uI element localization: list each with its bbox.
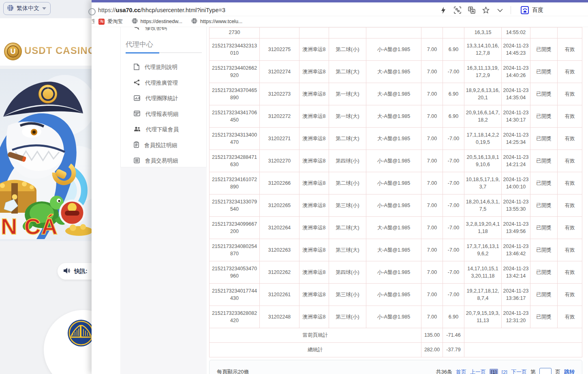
summary-winloss: -37.79 <box>443 343 464 357</box>
result-cell: 10,18,5,17,1,9,3,7 <box>464 172 502 194</box>
order-cell: 2152173234402662920 <box>210 61 260 83</box>
content-cell: 小-A盤@1.985 <box>366 150 421 172</box>
status-cell <box>530 28 558 38</box>
period-cell <box>260 28 299 38</box>
content-cell: 大-A盤@1.985 <box>366 61 421 83</box>
sidebar-item-agent-promotion[interactable]: 代理推廣管理 <box>121 75 206 91</box>
period-cell: 31202275 <box>260 38 299 61</box>
game-cell: 澳洲幸运8 <box>299 239 329 261</box>
sidebar-item-agent-report-detail[interactable]: 代理報表明細 <box>121 107 206 122</box>
winloss-cell: -7.00 <box>443 128 464 150</box>
baidu-icon <box>521 6 529 14</box>
sidebar-item-agent-team-stats[interactable]: 代理團隊統計 <box>121 91 206 107</box>
period-cell: 31202266 <box>260 172 299 194</box>
bet-records-table: 2730 16,3,15 14:55:02 <box>209 27 583 357</box>
chevron-down-icon[interactable] <box>496 6 504 14</box>
result-cell: 20,7,9,15,19,3,11,13 <box>464 306 502 328</box>
total-count: 共36条 <box>436 368 452 374</box>
amount-cell: 7.00 <box>421 83 443 105</box>
language-selector[interactable]: 繁体中文 <box>3 2 51 15</box>
play-cell: 第二球(大) <box>329 61 366 83</box>
page-jump-input[interactable] <box>539 368 552 374</box>
prev-page-link[interactable]: 上一页 <box>470 368 486 374</box>
partial-bookmark[interactable]: 宝 <box>92 18 94 25</box>
summary-label: 總統計 <box>210 343 421 357</box>
play-cell: 第二球(小) <box>329 38 366 61</box>
play-cell: 第三球(小) <box>329 284 366 306</box>
amount-cell: 7.00 <box>421 239 443 261</box>
period-cell: 31202261 <box>260 284 299 306</box>
content-cell: 大-A盤@1.985 <box>366 83 421 105</box>
order-cell: 2152173234161072890 <box>210 172 260 194</box>
sidebar-item-agent-sub-members[interactable]: 代理下級會員 <box>121 122 206 138</box>
order-cell: 2152173234053470960 <box>210 261 260 284</box>
time-cell: 2024-11-23 13:36:17 <box>502 284 530 306</box>
summary-winloss: -71.46 <box>443 328 464 343</box>
summary-row-page: 當前頁統計 135.00 -71.46 <box>210 328 582 343</box>
order-cell: 2730 <box>210 28 260 38</box>
order-cell: 2152173234288471630 <box>210 150 260 172</box>
page-content: 修改密碼 代理中心 代理規則說明 代理推廣管理 代理團隊統計 <box>92 27 588 374</box>
table-row: 2152173234313400470 31202271 澳洲幸运8 第二球(大… <box>210 128 582 150</box>
toolbar-divider <box>511 6 511 14</box>
valid-cell: 有效 <box>558 217 582 239</box>
game-cell: 澳洲幸运8 <box>299 83 329 105</box>
star-icon[interactable] <box>482 6 490 14</box>
order-cell: 2152173234133079540 <box>210 194 260 217</box>
time-cell: 2024-11-23 14:00:10 <box>502 172 530 194</box>
bookmark-tcelu[interactable]: https://www.tcelu... <box>191 18 242 25</box>
period-cell: 31202271 <box>260 128 299 150</box>
amount-cell: 7.00 <box>421 150 443 172</box>
winloss-cell: -7.00 <box>443 217 464 239</box>
play-cell: 第二球(大) <box>329 128 366 150</box>
summary-amount: 135.00 <box>421 328 443 343</box>
winloss-cell: -7.00 <box>443 61 464 83</box>
sidebar-item-member-bet-detail[interactable]: 會員投註明細 <box>121 138 206 154</box>
valid-cell: 有效 <box>558 306 582 328</box>
valid-cell: 有效 <box>558 239 582 261</box>
first-page-link[interactable]: 首页 <box>456 368 466 374</box>
content-cell: 小-A盤@1.985 <box>366 261 421 284</box>
bookmarks-bar: 宝 淘 爱淘宝 https://destinedw... https://www… <box>92 16 588 27</box>
sidebar-item-member-transaction-detail[interactable]: 會員交易明細 <box>121 153 206 167</box>
content-cell: 小-A盤@1.985 <box>366 284 421 306</box>
banner-illustration: N CÁ <box>0 69 92 241</box>
content-cell: 小-A盤@1.985 <box>366 172 421 194</box>
amount-cell: 7.00 <box>421 172 443 194</box>
page-2-link[interactable]: [2] <box>502 369 507 374</box>
page-1-current[interactable]: [1] <box>490 369 498 374</box>
table-row: 2152173234161072890 31202266 澳洲幸运8 第二球(小… <box>210 172 582 194</box>
order-cell: 2152173234017744430 <box>210 284 260 306</box>
content-cell: 小-A盤@1.985 <box>366 306 421 328</box>
language-label: 繁体中文 <box>17 5 39 12</box>
next-page-link[interactable]: 下一页 <box>511 368 527 374</box>
jump-button[interactable]: 跳转 <box>564 368 575 374</box>
sidebar-item-agent-rules[interactable]: 代理規則說明 <box>121 60 206 75</box>
warriors-bridge-logo[interactable] <box>67 319 95 347</box>
sidebar-item-change-password[interactable]: 修改密碼 <box>121 27 206 34</box>
result-cell: 14,17,10,15,13,20,11,18 <box>464 261 502 284</box>
caret-down-icon <box>42 7 46 10</box>
play-cell: 第三球(大) <box>329 239 366 261</box>
time-cell: 2024-11-23 13:46:42 <box>502 239 530 261</box>
url-input[interactable]: https://usa70.cc/hhcp/usercenter.html?in… <box>98 7 225 13</box>
table-row: 2152173234133079540 31202265 澳洲幸运8 第三球(小… <box>210 194 582 217</box>
time-cell: 2024-11-23 14:25:34 <box>502 128 530 150</box>
table-row: 2152173234017744430 31202261 澳洲幸运8 第三球(小… <box>210 284 582 306</box>
amount-cell: 7.00 <box>421 38 443 61</box>
miniprogram-icon[interactable] <box>454 6 461 14</box>
table-row: 2152173234080254870 31202263 澳洲幸运8 第三球(大… <box>210 239 582 261</box>
winloss-cell: 6.90 <box>443 306 464 328</box>
valid-cell: 有效 <box>558 83 582 105</box>
lightning-icon[interactable] <box>440 6 447 14</box>
bookmark-destinedw[interactable]: https://destinedw... <box>132 18 183 25</box>
globe-icon <box>191 18 197 25</box>
translate-icon[interactable] <box>468 6 475 14</box>
globe-icon <box>7 4 14 13</box>
status-cell: 已開獎 <box>530 239 558 261</box>
game-cell: 澳洲幸运8 <box>299 194 329 217</box>
bookmark-taobao[interactable]: 淘 爱淘宝 <box>98 18 123 25</box>
table-row: 2152173234288471630 31202270 澳洲幸运8 第四球(小… <box>210 150 582 172</box>
baidu-bookmark[interactable]: 百度 <box>521 6 543 14</box>
summary-row-total: 總統計 282.00 -37.79 <box>210 343 582 357</box>
